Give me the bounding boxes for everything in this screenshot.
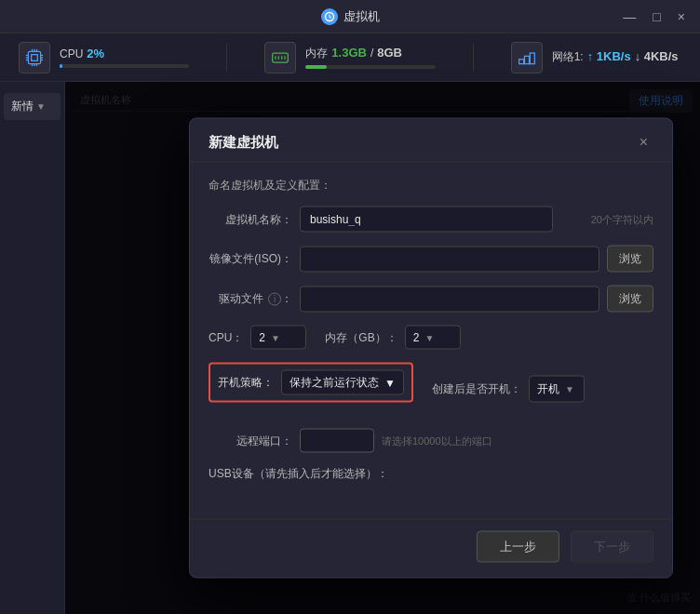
auto-start-arrow-icon: ▼ xyxy=(565,384,574,394)
boot-policy-label: 开机策略： xyxy=(218,375,274,391)
driver-info-icon[interactable]: i xyxy=(268,292,281,305)
vm-name-row: 虚拟机名称： 20个字符以内 xyxy=(209,207,653,233)
network-up: ↑ 1KB/s xyxy=(587,49,631,63)
svg-rect-2 xyxy=(32,54,38,60)
memory-total: 8GB xyxy=(377,46,402,60)
dialog-close-button[interactable]: × xyxy=(634,132,653,153)
section-label: 命名虚拟机及定义配置： xyxy=(209,178,653,194)
network-icon-box xyxy=(511,42,543,73)
cpu-memory-row: CPU： 2 ▼ 内存（GB）： 2 ▼ xyxy=(209,326,653,350)
svg-rect-22 xyxy=(530,53,534,64)
cpu-bar-fill xyxy=(60,64,62,68)
iso-input[interactable] xyxy=(300,246,599,272)
driver-browse-button[interactable]: 浏览 xyxy=(607,286,653,313)
cpu-label: CPU xyxy=(60,47,83,60)
divider-2 xyxy=(473,44,474,72)
cpu-select[interactable]: 2 ▼ xyxy=(250,326,306,350)
cpu-stat: CPU 2% xyxy=(19,42,189,73)
remote-port-hint: 请选择10000以上的端口 xyxy=(382,434,492,447)
memory-sep: / xyxy=(370,47,373,60)
iso-label: 镜像文件(ISO)： xyxy=(209,251,292,267)
vm-name-label: 虚拟机名称： xyxy=(209,211,292,227)
driver-row: 驱动文件 i： 浏览 xyxy=(209,286,653,313)
iso-browse-button[interactable]: 浏览 xyxy=(607,246,653,273)
dialog-title: 新建虚拟机 xyxy=(209,133,278,151)
sidebar: 新情 ▼ xyxy=(0,82,65,614)
divider-1 xyxy=(226,44,227,72)
dialog-header: 新建虚拟机 × xyxy=(190,119,672,163)
cpu-icon-box xyxy=(19,42,50,73)
network-label: 网络1: xyxy=(552,49,584,65)
new-button-label: 新情 xyxy=(11,99,34,114)
driver-input[interactable] xyxy=(300,286,599,312)
svg-rect-21 xyxy=(524,56,529,63)
vm-name-input[interactable] xyxy=(300,207,553,233)
network-down: ↓ 4KB/s xyxy=(635,49,679,63)
memory-bar-fill xyxy=(305,65,326,69)
usb-row: USB设备（请先插入后才能选择）： xyxy=(209,466,653,482)
auto-start-select[interactable]: 开机 ▼ xyxy=(529,376,585,403)
usb-label: USB设备（请先插入后才能选择）： xyxy=(209,466,388,482)
memory-bar-track xyxy=(305,65,435,69)
memory-info: 内存 1.3GB / 8GB xyxy=(305,46,435,69)
boot-policy-highlighted: 开机策略： 保持之前运行状态 ▼ xyxy=(209,363,413,403)
vm-name-hint: 20个字符以内 xyxy=(560,212,653,226)
boot-policy-select[interactable]: 保持之前运行状态 ▼ xyxy=(281,370,404,395)
app-title: 虚拟机 xyxy=(321,8,380,25)
main-area: 新情 ▼ 虚拟机名称 使用说明 新建虚拟机 × 命名虚拟机及定义配置： xyxy=(0,82,700,614)
dialog-footer: 上一步 下一步 xyxy=(190,519,672,578)
content-area: 虚拟机名称 使用说明 新建虚拟机 × 命名虚拟机及定义配置： 虚拟机名称： xyxy=(65,82,700,614)
auto-start-pair: 创建后是否开机： 开机 ▼ xyxy=(432,376,585,403)
memory-stat: 内存 1.3GB / 8GB xyxy=(264,42,435,73)
cpu-arrow-icon: ▼ xyxy=(271,332,280,342)
new-button-arrow: ▼ xyxy=(36,101,46,112)
cpu-value: 2% xyxy=(87,47,104,60)
remote-port-label: 远程端口： xyxy=(209,433,292,448)
remote-port-input[interactable] xyxy=(300,429,374,453)
prev-step-button[interactable]: 上一步 xyxy=(477,531,559,563)
driver-label: 驱动文件 i： xyxy=(209,291,292,307)
minimize-button[interactable]: — xyxy=(619,7,639,26)
title-bar: 虚拟机 — □ × xyxy=(0,0,700,33)
cpu-field-label: CPU： xyxy=(209,329,243,345)
memory-pair: 内存（GB）： 2 ▼ xyxy=(325,326,460,350)
boot-autostart-row: 开机策略： 保持之前运行状态 ▼ 创建后是否开机： 开机 ▼ xyxy=(209,363,653,416)
auto-start-label: 创建后是否开机： xyxy=(432,381,521,397)
stats-bar: CPU 2% 内存 1.3GB / 8GB xyxy=(0,33,700,82)
iso-row: 镜像文件(ISO)： 浏览 xyxy=(209,246,653,273)
memory-used: 1.3GB xyxy=(331,46,367,60)
next-step-button[interactable]: 下一步 xyxy=(571,531,653,563)
memory-select[interactable]: 2 ▼ xyxy=(405,326,461,350)
boot-policy-arrow-icon: ▼ xyxy=(384,376,396,389)
app-icon xyxy=(321,8,338,25)
cpu-bar-track xyxy=(60,64,189,68)
close-window-button[interactable]: × xyxy=(674,7,689,26)
memory-field-label: 内存（GB）： xyxy=(325,329,397,345)
memory-arrow-icon: ▼ xyxy=(424,332,434,342)
cpu-info: CPU 2% xyxy=(60,47,189,68)
memory-label: 内存 xyxy=(305,46,328,61)
svg-rect-1 xyxy=(28,51,40,63)
memory-icon-box xyxy=(264,42,296,73)
remote-port-row: 远程端口： 请选择10000以上的端口 xyxy=(209,429,653,453)
window-controls[interactable]: — □ × xyxy=(619,7,689,26)
new-vm-dialog: 新建虚拟机 × 命名虚拟机及定义配置： 虚拟机名称： 20个字符以内 镜像文件(… xyxy=(189,118,673,579)
svg-rect-15 xyxy=(273,53,289,62)
new-button[interactable]: 新情 ▼ xyxy=(4,93,61,120)
svg-rect-20 xyxy=(518,59,523,63)
dialog-body: 命名虚拟机及定义配置： 虚拟机名称： 20个字符以内 镜像文件(ISO)： 浏览 xyxy=(190,163,672,519)
network-stat: 网络1: ↑ 1KB/s ↓ 4KB/s xyxy=(511,42,681,73)
maximize-button[interactable]: □ xyxy=(649,7,664,26)
cpu-pair: CPU： 2 ▼ xyxy=(209,326,306,350)
network-info: 网络1: ↑ 1KB/s ↓ 4KB/s xyxy=(552,49,681,65)
